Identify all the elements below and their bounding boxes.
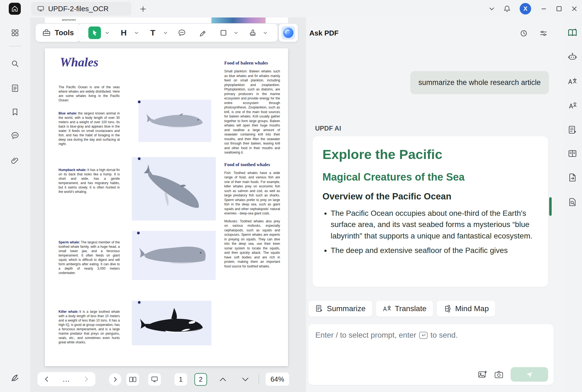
presentation-button[interactable] <box>148 373 161 386</box>
translate-tab[interactable] <box>563 74 582 89</box>
pdf-viewport[interactable]: anemones Whales The Pacific Ocean is one… <box>30 17 306 392</box>
search-document-tab[interactable] <box>563 194 582 210</box>
bottom-bar-divider <box>258 374 259 385</box>
select-tool-button[interactable] <box>88 26 101 39</box>
reader-view-tab[interactable] <box>563 146 582 161</box>
bookmarks-button[interactable] <box>0 104 30 120</box>
annotation-dot[interactable] <box>138 101 141 103</box>
summarize-icon <box>315 305 323 313</box>
blue-whale-illustration <box>142 104 207 138</box>
minimize-button[interactable] <box>536 0 551 17</box>
chat-input-box[interactable]: Enter / to select prompt, enter to send. <box>308 324 554 385</box>
chevron-right-icon <box>112 377 118 382</box>
ai-translate-tab[interactable] <box>563 98 582 113</box>
rectangle-icon <box>220 29 227 37</box>
translate-chip[interactable]: Translate <box>376 301 433 317</box>
document-tab[interactable]: UPDF-2-files_OCR <box>31 2 131 16</box>
minimize-icon <box>540 5 547 12</box>
export-file-tab[interactable] <box>563 170 582 185</box>
translate-document-icon <box>568 101 577 110</box>
forward-button[interactable] <box>83 376 89 382</box>
attachments-button[interactable] <box>0 153 30 168</box>
search-button[interactable] <box>0 56 30 71</box>
stamp-tool-button[interactable] <box>246 26 259 39</box>
zoom-control[interactable]: 64% <box>266 373 289 386</box>
text-tool-button[interactable]: T <box>147 26 159 39</box>
pdf-page[interactable]: Whales The Pacific Ocean is one of the s… <box>45 48 288 366</box>
user-avatar[interactable]: X <box>520 3 531 14</box>
previous-page-fragment: anemones <box>45 17 288 23</box>
close-button[interactable] <box>567 0 582 17</box>
chat-settings-button[interactable] <box>539 28 548 38</box>
sperm-whale-illustration <box>138 237 210 274</box>
pdf-intro: The Pacific Ocean is one of the seas whe… <box>59 85 120 102</box>
ask-pdf-title: Ask PDF <box>309 29 339 37</box>
ai-reader-tab-active[interactable] <box>563 25 582 40</box>
pen-tool-button[interactable] <box>196 26 209 39</box>
ai-assistant-button[interactable] <box>279 24 298 42</box>
signature-button[interactable] <box>0 370 30 386</box>
monitor-icon <box>151 376 158 383</box>
next-page-button[interactable] <box>240 375 250 384</box>
bookmark-icon <box>11 108 19 116</box>
comment-tool-button[interactable] <box>176 26 188 39</box>
book-open-icon <box>568 149 577 158</box>
killer-whale-image <box>132 301 211 345</box>
quick-action-chips: Summarize Translate Mind Map <box>309 301 495 317</box>
annotation-toolbar: H T <box>78 24 278 42</box>
fragment-photo <box>211 17 266 23</box>
notifications-button[interactable] <box>499 0 515 17</box>
insert-image-button[interactable] <box>478 370 487 379</box>
pdf-entry-blue-whale: Blue whale:the largest known animal in t… <box>59 111 120 146</box>
previous-page-button[interactable] <box>218 375 228 384</box>
ai-assistant-chip <box>281 26 295 40</box>
tabs-dropdown-button[interactable] <box>484 0 499 17</box>
mind-map-chip[interactable]: Mind Map <box>437 301 495 317</box>
toolbox-icon <box>42 28 51 37</box>
pdf-doc-title: Whales <box>60 55 98 69</box>
screenshot-button[interactable] <box>494 370 504 379</box>
sidebar-divider <box>9 46 21 46</box>
comments-button[interactable] <box>0 128 30 143</box>
shape-tool-dropdown[interactable] <box>234 32 238 34</box>
page-layout-button[interactable] <box>126 373 139 386</box>
pdf-bottom-bar: … 1 2 64% <box>30 370 306 388</box>
annotation-dot[interactable] <box>137 232 140 234</box>
ai-orb-icon <box>283 28 293 38</box>
maximize-icon <box>555 5 563 12</box>
stamp-tool-dropdown[interactable] <box>263 32 267 34</box>
page-1-button[interactable]: 1 <box>174 373 187 386</box>
home-button[interactable] <box>9 3 21 15</box>
form-sparkle-icon <box>568 125 577 134</box>
expand-panel-button[interactable] <box>109 373 121 386</box>
shape-tool-button[interactable] <box>217 26 230 39</box>
killer-whale-illustration <box>137 304 206 343</box>
ai-chat-tab[interactable] <box>563 49 582 64</box>
select-tool-dropdown[interactable] <box>105 32 109 34</box>
comment-bubble-icon <box>178 29 186 37</box>
back-button[interactable] <box>44 376 50 382</box>
file-export-icon <box>568 173 577 182</box>
pdf-entry-killer-whale: Killer whale:It is a large toothed whale… <box>59 310 120 344</box>
thumbnails-button[interactable] <box>0 81 30 96</box>
chat-history-button[interactable] <box>519 28 529 38</box>
annotation-dot[interactable] <box>138 301 141 304</box>
send-button[interactable] <box>511 367 548 382</box>
summarize-chip[interactable]: Summarize <box>309 301 372 317</box>
ai-form-tab[interactable] <box>563 122 582 137</box>
mind-map-icon <box>443 305 452 313</box>
response-heading-3: Overview of the Pacific Ocean <box>322 191 537 202</box>
panels-menu-button[interactable] <box>0 25 30 40</box>
more-pages-button[interactable]: … <box>62 378 71 381</box>
text-tool-dropdown[interactable] <box>164 32 167 34</box>
ai-response-card[interactable]: Explore the Pacific Magical Creatures of… <box>313 136 548 287</box>
section-paragraph: Small plankton: Baleen whales such as bl… <box>224 69 280 155</box>
annotation-dot[interactable] <box>138 157 141 160</box>
maximize-button[interactable] <box>551 0 567 17</box>
heading-tool-button[interactable]: H <box>117 26 130 39</box>
page-2-button[interactable]: 2 <box>194 373 207 386</box>
chat-scrollbar-thumb[interactable] <box>549 197 552 216</box>
heading-tool-dropdown[interactable] <box>135 32 138 34</box>
tools-button[interactable]: Tools <box>36 24 80 42</box>
new-tab-button[interactable] <box>138 4 148 14</box>
